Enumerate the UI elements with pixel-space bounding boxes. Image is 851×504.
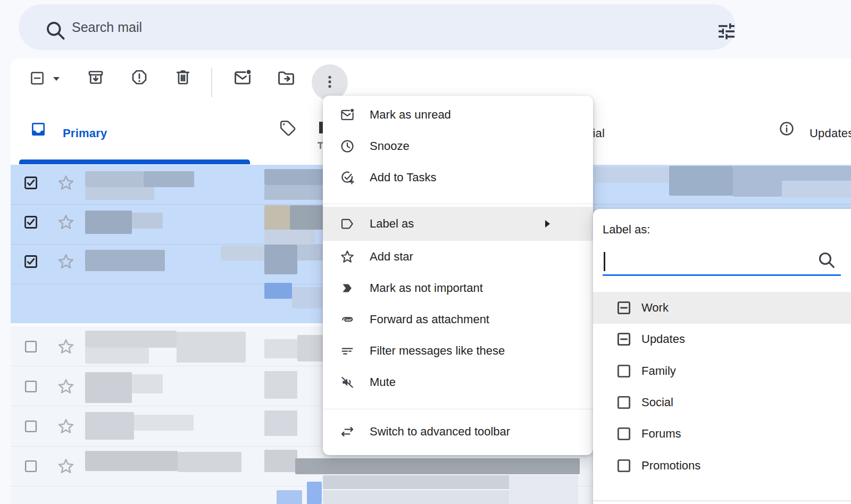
row-checkbox-checked[interactable]: [23, 175, 38, 190]
label-option-social[interactable]: Social: [593, 387, 851, 418]
label-option-updates[interactable]: Updates: [593, 323, 851, 355]
label-option-promotions[interactable]: Promotions: [593, 450, 851, 482]
toolbar-divider: [211, 68, 212, 97]
report-spam-icon[interactable]: [130, 68, 149, 87]
checkbox-empty-icon: [616, 458, 632, 474]
redacted-text: [178, 452, 241, 472]
submenu-divider: [593, 500, 851, 501]
checkbox-empty-icon: [616, 426, 632, 442]
row-checkbox[interactable]: [23, 339, 38, 354]
more-options-menu: Mark as unread Snooze Add to Tasks Label…: [323, 96, 593, 455]
label-search-input[interactable]: [603, 248, 810, 272]
mark-unread-icon: [339, 107, 355, 123]
row-checkbox-checked[interactable]: [23, 215, 38, 230]
submenu-arrow-icon: [544, 219, 551, 229]
star-icon[interactable]: [56, 252, 76, 271]
checkbox-empty-icon: [616, 363, 632, 379]
redacted-text: [85, 187, 154, 200]
tune-icon[interactable]: [716, 21, 737, 42]
tab-primary[interactable]: Primary: [63, 127, 107, 140]
menu-item-switch-to-advanced-toolbar[interactable]: Switch to advanced toolbar: [323, 416, 593, 447]
redacted-text: [292, 287, 324, 308]
redacted-text: [85, 171, 144, 187]
star-icon: [339, 249, 355, 265]
star-icon[interactable]: [56, 213, 76, 232]
menu-item-add-to-tasks[interactable]: Add to Tasks: [323, 162, 593, 193]
search-input[interactable]: Search mail: [72, 4, 142, 50]
archive-icon[interactable]: [86, 68, 105, 87]
redacted-text: [264, 283, 292, 299]
promotions-tab-label-fragment: [320, 142, 321, 149]
move-to-icon[interactable]: [276, 68, 296, 88]
more-options-button[interactable]: [312, 64, 348, 100]
menu-divider: [323, 204, 593, 204]
star-icon[interactable]: [56, 173, 76, 192]
redacted-text: [264, 185, 324, 200]
label-option-forums[interactable]: Forums: [593, 418, 851, 450]
row-checkbox-checked[interactable]: [23, 254, 38, 269]
menu-item-snooze[interactable]: Snooze: [323, 130, 593, 162]
tab-updates[interactable]: Updates: [810, 127, 851, 140]
redacted-text: [85, 331, 177, 348]
primary-inbox-icon: [30, 121, 47, 138]
row-checkbox[interactable]: [23, 419, 38, 434]
menu-item-forward-as-attachment[interactable]: Forward as attachment: [323, 304, 593, 335]
label-tag-icon: [339, 216, 355, 232]
search-icon[interactable]: [44, 19, 67, 42]
label-search-underline: [603, 274, 841, 276]
redacted-text: [595, 167, 669, 183]
star-icon[interactable]: [56, 337, 76, 356]
redacted-text: [297, 335, 324, 362]
info-icon[interactable]: [778, 120, 795, 137]
star-icon[interactable]: [56, 377, 76, 396]
menu-item-filter-messages[interactable]: Filter messages like these: [323, 335, 593, 366]
select-all-checkbox[interactable]: [29, 70, 45, 86]
redacted-text: [290, 205, 324, 230]
redacted-text: [264, 371, 297, 399]
menu-item-mark-as-unread[interactable]: Mark as unread: [323, 99, 593, 130]
redacted-text: [85, 250, 165, 271]
menu-item-label-as[interactable]: Label as: [323, 207, 593, 241]
redacted-text: [264, 410, 297, 436]
row-checkbox[interactable]: [23, 459, 38, 474]
add-to-tasks-icon: [339, 170, 355, 186]
redacted-text: [85, 412, 134, 440]
redacted-text: [669, 166, 733, 196]
redacted-text: [323, 490, 509, 504]
tag-icon[interactable]: [279, 119, 297, 137]
not-important-icon: [339, 281, 354, 296]
search-icon[interactable]: [816, 249, 837, 271]
checkbox-empty-icon: [616, 394, 632, 410]
search-bar[interactable]: Search mail: [19, 4, 736, 50]
redacted-text: [264, 450, 297, 472]
label-option-family[interactable]: Family: [593, 355, 851, 387]
swap-arrows-icon: [339, 424, 355, 440]
redacted-text: [264, 245, 297, 274]
redacted-text: [85, 211, 132, 234]
delete-icon[interactable]: [173, 68, 193, 87]
menu-item-mark-as-not-important[interactable]: Mark as not important: [323, 272, 593, 304]
row-checkbox[interactable]: [23, 379, 38, 394]
redacted-text: [782, 181, 851, 198]
label-option-work[interactable]: Work: [593, 292, 851, 324]
select-caret-icon[interactable]: [52, 76, 61, 81]
snooze-clock-icon: [339, 138, 355, 154]
menu-item-add-star[interactable]: Add star: [323, 241, 593, 272]
redacted-text: [132, 374, 163, 393]
mark-unread-icon[interactable]: [232, 68, 253, 88]
menu-divider: [323, 409, 593, 409]
redacted-text: [297, 245, 324, 261]
menu-item-mute[interactable]: Mute: [323, 366, 593, 398]
redacted-text: [264, 169, 324, 185]
label-as-submenu: Label as: Work Updates Family: [593, 209, 851, 504]
redacted-text: [85, 451, 178, 471]
redacted-text: [132, 213, 163, 229]
redacted-text: [295, 458, 580, 474]
star-icon[interactable]: [56, 417, 76, 436]
redacted-text: [177, 332, 246, 363]
redacted-text: [85, 372, 132, 403]
redacted-text: [509, 475, 578, 504]
star-icon[interactable]: [56, 457, 76, 476]
redacted-text: [264, 339, 297, 358]
active-tab-indicator: [19, 159, 250, 164]
